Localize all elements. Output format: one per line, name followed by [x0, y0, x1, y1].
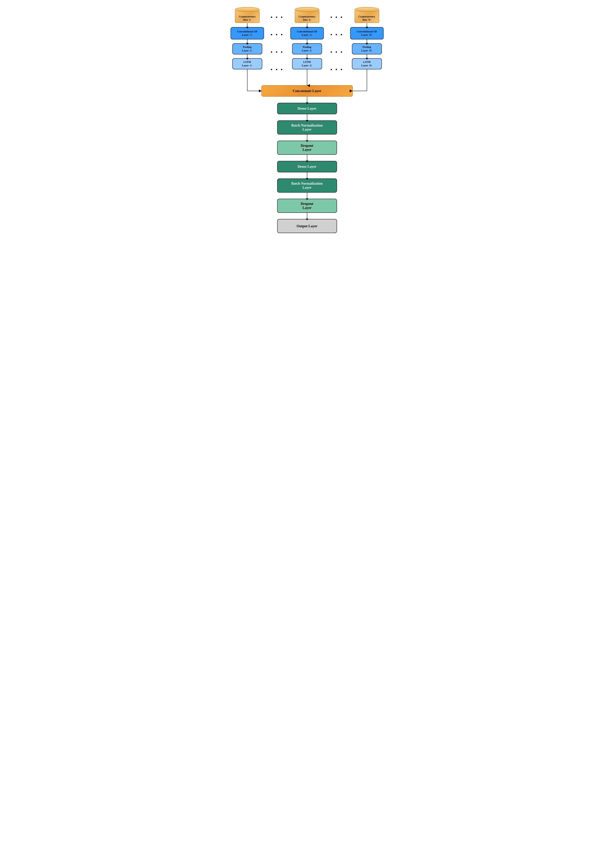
lstm-layer-1: LSTM Layer -1- [233, 58, 262, 69]
arrow-batchnorm1-dropout1 [307, 134, 307, 141]
arrow-pool-lstm-1 [247, 54, 248, 58]
concat-svg [228, 76, 386, 85]
lstm-layer-n: LSTM Layer -N- [352, 58, 382, 69]
batch-norm-layer-2: Batch Normalization Layer [277, 179, 337, 193]
arrow-dropout1-dense2 [307, 155, 307, 161]
arrow-db-conv-2 [307, 23, 307, 27]
dots-col-2: • • • • • • • • • • • • [330, 7, 344, 75]
arrow-dense1-batchnorm1 [307, 114, 307, 120]
pool-layer-n: Pooling Layer -N- [352, 43, 382, 54]
db-cylinder-n: Cryptocurrency data -N- [355, 7, 379, 23]
cylinder-top-2 [295, 7, 319, 12]
concat-connector [228, 76, 386, 85]
arrow-dropout2-output [307, 213, 307, 219]
branch-n: Cryptocurrency data -N- Convolutional-1D… [347, 7, 386, 76]
lstm-layer-2: LSTM Layer -2- [292, 58, 322, 69]
lstm1-stem [247, 69, 248, 76]
neural-network-diagram: Cryptocurrency data -1- Convolutional-1D… [228, 7, 386, 233]
batch-norm-layer-1: Batch Normalization Layer [277, 120, 337, 134]
arrow-pool-lstm-2 [307, 54, 307, 58]
dots-pool: • • • [271, 49, 284, 55]
dots-conv-2: • • • [330, 32, 343, 37]
db-label-n: Cryptocurrency data -N- [355, 15, 379, 22]
arrow-conv-pool-n [367, 39, 367, 43]
dots-lstm-2: • • • [330, 67, 343, 72]
arrow-conv-pool-2 [307, 39, 307, 43]
parallel-branches: Cryptocurrency data -1- Convolutional-1D… [228, 7, 386, 76]
dense-layer-2: Dense Layer [277, 161, 337, 172]
cylinder-top-1 [235, 7, 260, 12]
dots-pool-2: • • • [330, 49, 343, 55]
dots-conv: • • • [271, 32, 284, 37]
branch-1: Cryptocurrency data -1- Convolutional-1D… [228, 7, 267, 76]
arrow-dense2-batchnorm2 [307, 172, 307, 179]
output-layer: Output Layer [277, 219, 337, 233]
main-flow: Concatenate Layer Dense Layer Batch Norm… [261, 85, 353, 233]
conv-layer-n: Convolutional-1D Layer -N- [350, 27, 384, 39]
arrow-pool-lstm-n [367, 54, 367, 58]
arrow-conv-pool-1 [247, 39, 248, 43]
arrow-batchnorm2-dropout2 [307, 193, 307, 199]
dots-db-2: • • • [330, 14, 343, 20]
db-label-1: Cryptocurrency data -1- [235, 15, 260, 22]
branch-2: Cryptocurrency data -2- Convolutional-1D… [288, 7, 326, 76]
pool-layer-1: Pooling Layer -1- [233, 43, 262, 54]
lstm2-stem [307, 69, 307, 76]
dots-col-1: • • • • • • • • • • • • [270, 7, 284, 75]
dropout-layer-2: Dropout Layer [277, 199, 337, 213]
dots-db: • • • [271, 14, 284, 20]
dense-layer-1: Dense Layer [277, 103, 337, 114]
pool-layer-2: Pooling Layer -2- [292, 43, 322, 54]
lstmN-stem [367, 69, 367, 76]
dropout-layer-1: Dropout Layer [277, 141, 337, 155]
arrow-db-conv-n [367, 23, 367, 27]
conv-layer-1: Convolutional-1D Layer -1- [231, 27, 264, 39]
arrow-concat-dense1 [307, 96, 307, 103]
conv-layer-2: Convolutional-1D Layer -2- [290, 27, 324, 39]
arrow-db-conv-1 [247, 23, 248, 27]
db-cylinder-2: Cryptocurrency data -2- [295, 7, 319, 23]
concat-layer: Concatenate Layer [261, 85, 353, 96]
db-cylinder-1: Cryptocurrency data -1- [235, 7, 260, 23]
db-label-2: Cryptocurrency data -2- [295, 15, 319, 22]
cylinder-top-n [355, 7, 379, 12]
dots-lstm: • • • [271, 67, 284, 72]
